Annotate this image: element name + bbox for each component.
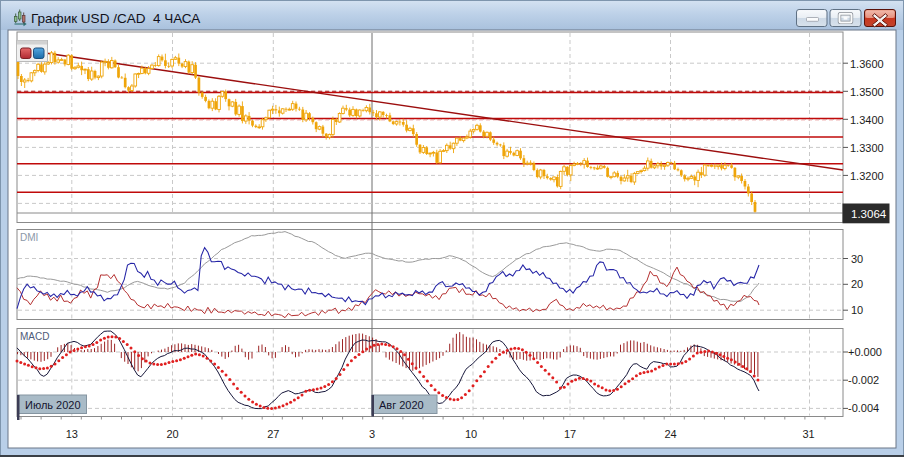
svg-text:30: 30 [851, 253, 863, 265]
svg-text:20: 20 [851, 278, 863, 290]
svg-text:24: 24 [664, 428, 676, 440]
svg-text:1.3064: 1.3064 [851, 208, 887, 220]
svg-text:31: 31 [802, 428, 814, 440]
svg-text:17: 17 [564, 428, 576, 440]
svg-text:Авг 2020: Авг 2020 [379, 399, 424, 411]
svg-text:1.3300: 1.3300 [850, 142, 884, 154]
svg-text:-0.002: -0.002 [848, 374, 879, 386]
svg-text:+0.000: +0.000 [848, 346, 882, 358]
svg-text:1.3200: 1.3200 [850, 170, 884, 182]
svg-text:27: 27 [267, 428, 279, 440]
svg-text:1.3500: 1.3500 [850, 86, 884, 98]
svg-text:Июль 2020: Июль 2020 [25, 399, 81, 411]
svg-text:10: 10 [465, 428, 477, 440]
svg-text:20: 20 [166, 428, 178, 440]
svg-text:1.3400: 1.3400 [850, 114, 884, 126]
svg-text:10: 10 [851, 304, 863, 316]
svg-text:MACD: MACD [20, 331, 49, 342]
svg-text:-0.004: -0.004 [848, 402, 879, 414]
svg-text:1.3600: 1.3600 [850, 58, 884, 70]
svg-text:13: 13 [66, 428, 78, 440]
svg-text:График USD /CAD 4 ЧАСА: График USD /CAD 4 ЧАСА [31, 11, 200, 26]
svg-text:DMI: DMI [20, 232, 38, 243]
svg-text:3: 3 [369, 428, 375, 440]
